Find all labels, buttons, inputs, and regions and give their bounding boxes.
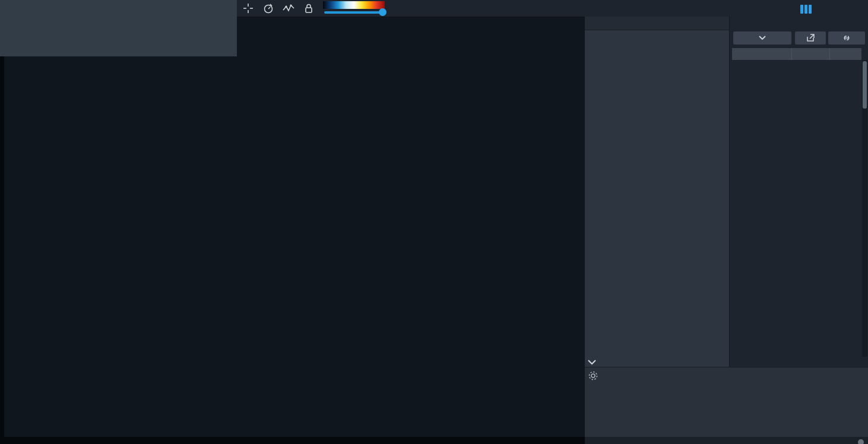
bookmap-logo-icon bbox=[800, 5, 812, 14]
timer-icon[interactable] bbox=[262, 2, 274, 14]
tns-export-icon[interactable] bbox=[795, 31, 826, 45]
colorbar-gradient[interactable] bbox=[323, 1, 385, 9]
panel-collapse-chevron-icon[interactable] bbox=[586, 359, 599, 366]
tns-col-size bbox=[830, 48, 861, 60]
contrast-slider-handle[interactable] bbox=[379, 8, 387, 16]
left-edge bbox=[0, 56, 4, 437]
orderbook-volume-summary bbox=[617, 0, 796, 17]
tns-scrollbar-thumb[interactable] bbox=[863, 61, 867, 109]
pulse-icon[interactable] bbox=[283, 2, 294, 14]
gauge-widgets-panel bbox=[0, 0, 237, 56]
chart-toolbar bbox=[237, 0, 590, 17]
tns-col-price bbox=[792, 48, 830, 60]
bookmap-logo bbox=[800, 2, 815, 16]
status-toggle[interactable] bbox=[858, 439, 864, 444]
price-ladder[interactable] bbox=[585, 17, 729, 367]
tns-column-headers bbox=[732, 48, 861, 60]
heatmap-chart[interactable] bbox=[0, 0, 585, 444]
tns-link-icon[interactable] bbox=[828, 31, 865, 45]
time-and-sales-panel bbox=[729, 17, 868, 367]
gear-icon[interactable] bbox=[587, 370, 599, 382]
contrast-slider[interactable] bbox=[324, 11, 386, 14]
tns-collapse-button[interactable] bbox=[733, 31, 791, 45]
heatmap-colorbar[interactable] bbox=[323, 1, 395, 16]
status-bar bbox=[585, 437, 868, 444]
bookmap-app bbox=[0, 0, 868, 444]
tns-col-time bbox=[732, 48, 792, 60]
crosshair-icon[interactable] bbox=[242, 2, 254, 14]
lock-icon[interactable] bbox=[303, 2, 315, 14]
tns-scrollbar[interactable] bbox=[862, 60, 867, 357]
indicator-readout-panel bbox=[585, 367, 868, 437]
bottom-edge bbox=[0, 437, 585, 444]
